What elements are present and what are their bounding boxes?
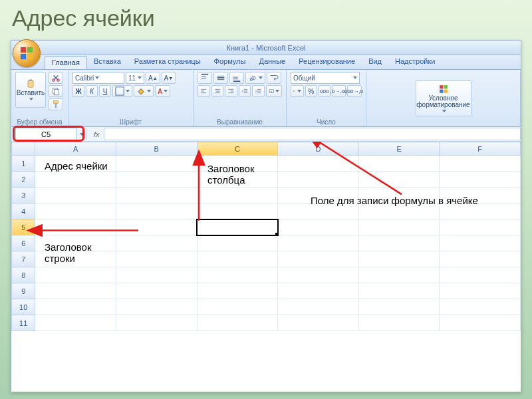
row-header[interactable]: 8 [12, 267, 35, 283]
cut-button[interactable] [49, 72, 63, 84]
cell[interactable] [278, 219, 359, 235]
cell[interactable] [197, 299, 278, 315]
shrink-font-button[interactable]: A▼ [162, 72, 176, 84]
cell[interactable] [197, 251, 278, 267]
cell[interactable] [278, 267, 359, 283]
font-color-button[interactable]: A [155, 85, 170, 97]
decrease-indent-button[interactable] [239, 85, 251, 97]
paste-button[interactable]: Вставить [15, 72, 46, 108]
cell[interactable] [197, 219, 278, 235]
copy-button[interactable] [49, 85, 63, 97]
cell[interactable] [440, 315, 521, 331]
row-header[interactable]: 3 [12, 188, 35, 203]
cell[interactable] [35, 203, 116, 219]
align-top-button[interactable] [198, 72, 212, 84]
row-header[interactable]: 4 [12, 203, 35, 219]
cell[interactable] [116, 267, 197, 283]
increase-decimal-button[interactable]: ,0→,00 [332, 85, 346, 97]
formula-input[interactable] [104, 128, 521, 140]
cell[interactable] [197, 315, 278, 331]
cell[interactable] [358, 315, 440, 331]
cell[interactable] [116, 315, 197, 331]
align-center-button[interactable] [211, 85, 224, 97]
cell[interactable] [278, 283, 359, 299]
ribbon-tab-1[interactable]: Вставка [87, 55, 128, 69]
column-header[interactable]: D [278, 142, 359, 156]
align-left-button[interactable] [198, 85, 210, 97]
border-button[interactable] [112, 85, 132, 97]
ribbon-tab-6[interactable]: Вид [362, 55, 388, 69]
cell[interactable] [116, 299, 197, 315]
cell[interactable] [440, 267, 521, 283]
column-header[interactable]: C [197, 142, 278, 156]
cell[interactable] [440, 251, 521, 267]
decrease-decimal-button[interactable]: ,00→,0 [347, 85, 362, 97]
name-box[interactable]: C5 [15, 128, 76, 140]
cell[interactable] [358, 299, 440, 315]
cell[interactable] [440, 172, 521, 188]
cell[interactable] [197, 267, 278, 283]
row-header[interactable]: 1 [12, 156, 35, 172]
cell[interactable] [197, 235, 278, 251]
conditional-formatting-button[interactable]: Условное форматирование [416, 80, 471, 116]
font-size-combo[interactable]: 11 [126, 72, 144, 84]
row-header[interactable]: 2 [12, 172, 35, 188]
cell[interactable] [358, 283, 440, 299]
ribbon-tab-5[interactable]: Рецензирование [292, 55, 362, 69]
row-header[interactable]: 11 [12, 315, 35, 331]
cell[interactable] [358, 267, 440, 283]
comma-button[interactable]: 000 [319, 85, 331, 97]
format-painter-button[interactable] [49, 98, 63, 110]
cell[interactable] [278, 251, 359, 267]
ribbon-tab-2[interactable]: Разметка страницы [128, 55, 207, 69]
cell[interactable] [197, 188, 278, 203]
cell[interactable] [278, 235, 359, 251]
row-header[interactable]: 10 [12, 299, 35, 315]
cell[interactable] [440, 299, 521, 315]
cell[interactable] [278, 315, 359, 331]
cell[interactable] [35, 283, 116, 299]
cell[interactable] [35, 315, 116, 331]
cell[interactable] [35, 299, 116, 315]
cell[interactable] [358, 219, 440, 235]
align-right-button[interactable] [225, 85, 237, 97]
cell[interactable] [278, 172, 359, 188]
fx-label[interactable]: fx [94, 130, 100, 138]
percent-button[interactable]: % [305, 85, 317, 97]
cell[interactable] [116, 203, 197, 219]
bold-button[interactable]: Ж [72, 85, 84, 97]
ribbon-tab-3[interactable]: Формулы [207, 55, 253, 69]
select-all-corner[interactable] [12, 142, 35, 156]
row-header[interactable]: 6 [12, 235, 35, 251]
column-header[interactable]: B [116, 142, 197, 156]
grow-font-button[interactable]: A▲ [146, 72, 160, 84]
underline-button[interactable]: Ч [99, 85, 111, 97]
cell[interactable] [35, 219, 116, 235]
wrap-text-button[interactable] [267, 72, 281, 84]
cell[interactable] [116, 156, 197, 172]
cell[interactable] [440, 235, 521, 251]
cell[interactable] [116, 251, 197, 267]
align-bottom-button[interactable] [229, 72, 244, 84]
cell[interactable] [440, 283, 521, 299]
font-name-combo[interactable]: Calibri [72, 72, 124, 84]
column-header[interactable]: F [440, 142, 521, 156]
cell[interactable] [440, 156, 521, 172]
cell[interactable] [358, 235, 440, 251]
ribbon-tab-4[interactable]: Данные [252, 55, 292, 69]
merge-button[interactable]: a [266, 85, 283, 97]
cell[interactable] [116, 235, 197, 251]
cell[interactable] [116, 283, 197, 299]
currency-button[interactable]: ₽ [291, 85, 304, 97]
cell[interactable] [116, 219, 197, 235]
column-header[interactable]: A [35, 142, 116, 156]
row-header[interactable]: 5 [12, 219, 35, 235]
number-format-combo[interactable]: Общий [291, 72, 360, 84]
cell[interactable] [278, 299, 359, 315]
cell[interactable] [35, 172, 116, 188]
row-header[interactable]: 7 [12, 251, 35, 267]
orientation-button[interactable]: ab [245, 72, 265, 84]
row-header[interactable]: 9 [12, 283, 35, 299]
cell[interactable] [35, 267, 116, 283]
cell[interactable] [116, 188, 197, 203]
